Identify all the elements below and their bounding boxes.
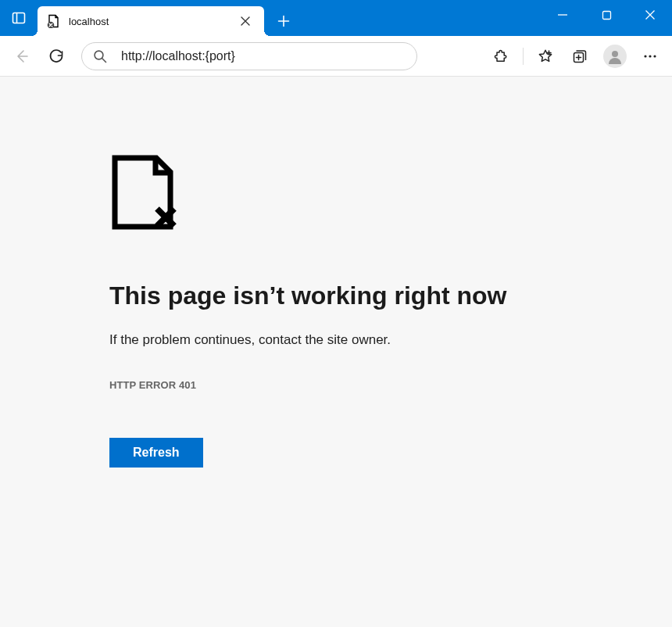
browser-tab[interactable]: localhost — [38, 6, 264, 36]
refresh-button[interactable] — [41, 41, 72, 72]
svg-rect-0 — [13, 13, 25, 23]
browser-titlebar: localhost — [0, 0, 672, 36]
error-refresh-button[interactable]: Refresh — [109, 438, 203, 468]
svg-rect-4 — [602, 11, 610, 19]
tab-error-favicon — [47, 14, 61, 28]
collections-icon — [572, 48, 588, 64]
close-icon — [241, 16, 250, 26]
app-menu-button[interactable] — [634, 41, 666, 72]
profile-button[interactable] — [603, 45, 627, 68]
refresh-icon — [48, 48, 64, 64]
favorites-button[interactable] — [530, 41, 561, 72]
back-button[interactable] — [6, 41, 38, 72]
browser-toolbar — [0, 36, 672, 77]
plus-icon — [277, 15, 290, 27]
window-close-button[interactable] — [628, 0, 672, 30]
error-code: HTTP ERROR 401 — [109, 379, 547, 391]
star-icon — [538, 48, 553, 64]
window-controls — [541, 0, 672, 36]
toolbar-separator — [523, 48, 524, 65]
new-tab-button[interactable] — [267, 6, 300, 36]
avatar-icon — [606, 48, 624, 65]
url-input[interactable] — [120, 48, 406, 64]
maximize-icon — [602, 10, 612, 20]
tab-title: localhost — [69, 16, 236, 27]
puzzle-icon — [493, 48, 509, 64]
svg-point-12 — [612, 51, 618, 57]
svg-point-13 — [644, 55, 646, 57]
close-icon — [645, 9, 656, 20]
error-panel: This page isn’t working right now If the… — [109, 155, 547, 468]
svg-line-6 — [102, 58, 106, 62]
search-icon — [93, 49, 107, 63]
error-heading: This page isn’t working right now — [109, 281, 547, 310]
more-horizontal-icon — [643, 49, 657, 63]
page-error-icon — [109, 155, 547, 236]
collections-button[interactable] — [564, 41, 595, 72]
address-bar[interactable] — [81, 42, 417, 70]
svg-point-14 — [649, 55, 651, 57]
minimize-icon — [557, 9, 568, 20]
extensions-button[interactable] — [485, 41, 517, 72]
window-minimize-button[interactable] — [541, 0, 584, 30]
svg-point-15 — [653, 55, 656, 57]
tab-close-button[interactable] — [236, 12, 255, 30]
arrow-left-icon — [14, 48, 30, 64]
page-viewport: This page isn’t working right now If the… — [0, 77, 672, 627]
error-message: If the problem continues, contact the si… — [109, 332, 547, 348]
window-maximize-button[interactable] — [584, 0, 628, 30]
